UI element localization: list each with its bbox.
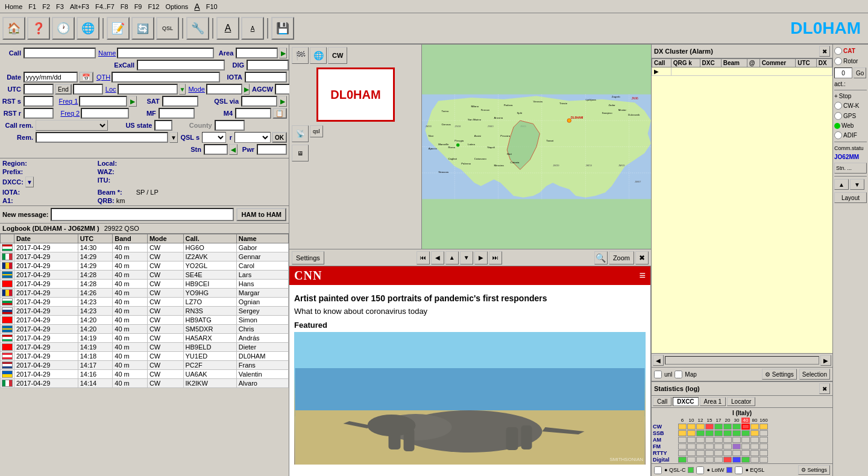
utc-end-input[interactable] — [73, 84, 103, 95]
qsls-select[interactable] — [202, 132, 226, 143]
table-row[interactable]: 2017-04-2914:2940 mCWYO2GLCarol — [1, 261, 289, 271]
tab-call[interactable]: Call — [653, 397, 671, 406]
call-input[interactable] — [24, 48, 96, 58]
nav-down[interactable]: ▼ — [460, 251, 473, 265]
stn-btn[interactable]: Stn. ... — [834, 163, 867, 174]
table-row[interactable]: 2017-04-2914:2840 mCWSE4ELars — [1, 271, 289, 280]
freq1-arrow[interactable]: ▶ — [128, 96, 137, 107]
nav-prev[interactable]: ◀ — [431, 251, 444, 265]
cwk-radio[interactable] — [834, 102, 842, 110]
rem-arrow[interactable]: ▼ — [169, 132, 178, 143]
table-row[interactable]: 2017-04-2914:2040 mCWSM5DXRChris — [1, 325, 289, 334]
table-row[interactable]: 2017-04-2914:3040 mCWHG6OGabor — [1, 243, 289, 252]
tab-locator[interactable]: Locator — [727, 397, 755, 406]
col-band[interactable]: Band — [113, 234, 148, 243]
new-message-input[interactable] — [51, 208, 234, 221]
tool-btn[interactable]: 🔧 — [186, 17, 209, 40]
lotw-checkbox[interactable] — [696, 466, 704, 474]
county-input[interactable] — [215, 120, 245, 131]
news-headline-2[interactable]: What to know about coronavirus today — [294, 307, 646, 316]
table-row[interactable]: 2017-04-2914:2940 mCWIZ2AVKGennar — [1, 252, 289, 261]
dx-col-dxc[interactable]: DXC — [700, 59, 721, 67]
dx-settings-btn[interactable]: ⚙ Settings — [762, 369, 797, 380]
ok-btn[interactable]: OK — [272, 132, 287, 143]
qth-input[interactable] — [112, 72, 220, 83]
table-row[interactable]: 2017-04-2914:1440 mCWIK2IKWAlvaro — [1, 379, 289, 388]
home-btn[interactable]: 🏠 — [2, 17, 25, 40]
utc-start-input[interactable] — [24, 84, 54, 95]
pwr-input[interactable] — [257, 144, 287, 155]
splp-label[interactable]: SP / LP — [136, 189, 159, 196]
go-btn[interactable]: Go — [854, 67, 866, 78]
col-name[interactable]: Name — [236, 234, 288, 243]
col-utc[interactable]: UTC — [78, 234, 113, 243]
cnn-menu-icon[interactable]: ≡ — [639, 269, 646, 282]
globe2-btn[interactable]: 🌐 — [310, 47, 327, 64]
m4-btn[interactable]: 📋 — [272, 108, 287, 119]
zoom-in-btn[interactable]: 🔍 — [594, 251, 608, 265]
table-row[interactable]: 2017-04-2914:1940 mCWHA5ARXAndrás — [1, 334, 289, 343]
nav-start[interactable]: ⏮ — [417, 251, 430, 265]
a-btn[interactable]: A — [216, 17, 239, 40]
stats-settings-btn[interactable]: ⚙ Settings — [798, 465, 830, 475]
excall-input[interactable] — [137, 60, 225, 70]
dx-col-comment[interactable]: Commer — [760, 59, 796, 67]
help-btn[interactable]: ❓ — [27, 17, 50, 40]
end-btn[interactable]: End — [55, 84, 72, 95]
rotor-radio[interactable] — [834, 57, 842, 65]
mode-arrow[interactable]: ▶ — [244, 84, 250, 95]
qsl-btn[interactable]: QSL — [156, 17, 179, 40]
cat-radio[interactable] — [834, 47, 842, 55]
nav-up[interactable]: ▲ — [445, 251, 459, 265]
name-input[interactable] — [117, 48, 214, 58]
table-row[interactable]: 2017-04-2914:1840 mCWYU1EDDL0HAM — [1, 352, 289, 361]
stn-arrow[interactable]: ◀ — [229, 144, 237, 155]
clock-btn[interactable]: 🕐 — [52, 17, 75, 40]
menu-home[interactable]: Home — [2, 3, 25, 10]
name-label[interactable]: Name — [98, 49, 116, 57]
sat-input[interactable] — [162, 96, 198, 107]
rem-input[interactable] — [36, 132, 168, 143]
tab-area1[interactable]: Area 1 — [700, 397, 726, 406]
news-headline-1[interactable]: Artist painted over 150 portraits of pan… — [294, 293, 646, 303]
unl-checkbox[interactable] — [654, 371, 662, 378]
map-settings-btn[interactable]: Settings — [292, 251, 324, 265]
freq1-label[interactable]: Freq 1 — [59, 98, 78, 105]
dxcc-arrow[interactable]: ▼ — [25, 177, 34, 187]
date-picker-btn[interactable]: 📅 — [79, 72, 93, 83]
dx-col-dx[interactable]: DX — [816, 59, 832, 67]
menu-options[interactable]: Options — [163, 3, 190, 10]
antenna-btn[interactable]: 📡 — [292, 125, 309, 142]
mode-label[interactable]: Mode — [188, 86, 205, 93]
table-row[interactable]: 2017-04-2914:2340 mCWLZ7OOgnian — [1, 298, 289, 307]
table-row[interactable]: 2017-04-2914:2640 mCWYO9HGMargar — [1, 289, 289, 298]
menu-f8[interactable]: F8 — [118, 3, 131, 10]
rstr-input[interactable] — [24, 108, 54, 119]
stn-input[interactable] — [204, 144, 228, 155]
menu-f1[interactable]: F1 — [26, 3, 39, 10]
freq1-input[interactable] — [79, 96, 127, 107]
wkd-checkbox[interactable] — [654, 466, 662, 474]
scroll-down-btn[interactable]: ▼ — [850, 179, 864, 190]
loc-input[interactable] — [118, 84, 178, 95]
table-row[interactable]: 2017-04-2914:1940 mCWHB9ELDDieter — [1, 343, 289, 352]
menu-altf3[interactable]: Alt+F3 — [68, 3, 92, 10]
dig-input[interactable] — [247, 60, 289, 70]
m4-input[interactable] — [235, 108, 271, 119]
display-btn[interactable]: 🖥 — [292, 145, 309, 161]
stats-close[interactable]: ✖ — [819, 383, 830, 394]
qslvia-arrow[interactable]: ▶ — [278, 96, 287, 107]
col-date[interactable]: Date — [14, 234, 78, 243]
menu-f10[interactable]: F10 — [204, 3, 220, 10]
table-row[interactable]: 2017-04-2914:1740 mCWPC2FFrans — [1, 361, 289, 370]
col-call[interactable]: Call. — [183, 234, 236, 243]
dx-selection-btn[interactable]: Selection — [799, 369, 830, 380]
dx-col-qrg[interactable]: QRG k — [671, 59, 700, 67]
map-checkbox[interactable] — [675, 371, 682, 378]
menu-f9[interactable]: F9 — [132, 3, 145, 10]
cw-btn[interactable]: CW — [328, 47, 347, 64]
qsl-send-btn[interactable]: qsl — [310, 125, 323, 137]
dx-col-at[interactable]: @ — [747, 59, 760, 67]
area-input[interactable] — [236, 48, 278, 58]
go-input[interactable] — [834, 67, 852, 78]
